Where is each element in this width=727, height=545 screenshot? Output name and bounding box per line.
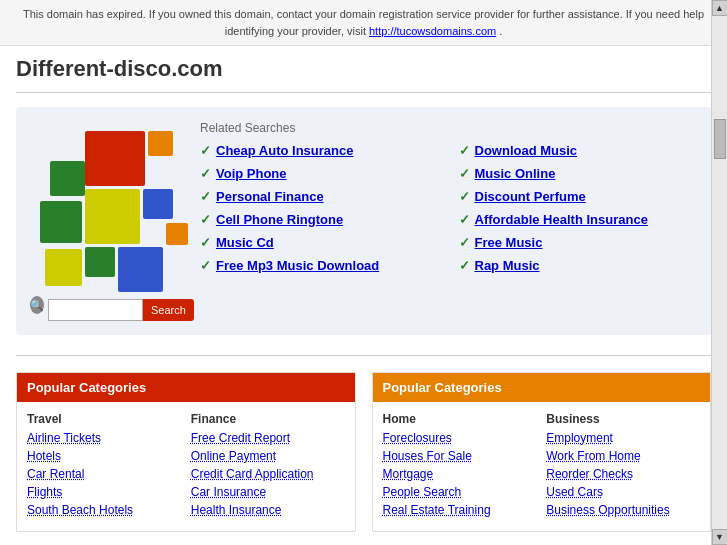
pop-cat-col-title: Business [546,412,700,426]
pop-cat-col-title: Travel [27,412,181,426]
checkmark-icon: ✓ [459,143,470,158]
logo-block [85,189,140,244]
checkmark-icon: ✓ [459,235,470,250]
rs-link[interactable]: Free Music [475,235,543,250]
search-input[interactable] [48,299,143,321]
scroll-down-arrow[interactable]: ▼ [712,529,728,542]
rs-left-col: ✓Cheap Auto Insurance✓Voip Phone✓Persona… [200,143,439,281]
related-searches: Related Searches ✓Cheap Auto Insurance✓V… [180,121,697,281]
pop-cat-link[interactable]: Work From Home [546,449,700,463]
scrollbar[interactable]: ▲ ▼ [711,0,727,542]
logo-block [118,247,163,292]
rs-link[interactable]: Download Music [475,143,578,158]
checkmark-icon: ✓ [459,166,470,181]
checkmark-icon: ✓ [200,143,211,158]
related-searches-title: Related Searches [200,121,697,135]
logo-block [40,201,82,243]
top-notice: This domain has expired. If you owned th… [0,0,727,46]
checkmark-icon: ✓ [459,212,470,227]
rs-item: ✓Affordable Health Insurance [459,212,698,227]
pop-cat-link[interactable]: Hotels [27,449,181,463]
pop-cat-link[interactable]: Used Cars [546,485,700,499]
checkmark-icon: ✓ [200,189,211,204]
checkmark-icon: ✓ [459,189,470,204]
logo-block [85,247,115,277]
pop-cat-link[interactable]: Online Payment [191,449,345,463]
divider [16,355,711,356]
pop-cat-link[interactable]: Flights [27,485,181,499]
rs-item: ✓Discount Perfume [459,189,698,204]
pop-cat-link[interactable]: Car Insurance [191,485,345,499]
scroll-up-arrow[interactable]: ▲ [712,0,728,16]
scroll-thumb[interactable] [714,119,726,159]
pop-cat-col-title: Home [383,412,537,426]
popular-section: Popular Categories TravelAirline Tickets… [16,372,711,532]
pop-cat-col: HomeForeclosuresHouses For SaleMortgageP… [383,412,537,521]
rs-link[interactable]: Cheap Auto Insurance [216,143,353,158]
notice-text: This domain has expired. If you owned th… [23,8,704,37]
pop-cat-link[interactable]: Credit Card Application [191,467,345,481]
rs-item: ✓Download Music [459,143,698,158]
checkmark-icon: ✓ [200,212,211,227]
logo-block [85,131,145,186]
pop-cat-link[interactable]: Health Insurance [191,503,345,517]
pop-cat-link[interactable]: Employment [546,431,700,445]
rs-columns: ✓Cheap Auto Insurance✓Voip Phone✓Persona… [200,143,697,281]
notice-period: . [499,25,502,37]
search-button[interactable]: Search [143,299,194,321]
logo-block [148,131,173,156]
rs-link[interactable]: Free Mp3 Music Download [216,258,379,273]
pop-cat-link[interactable]: South Beach Hotels [27,503,181,517]
rs-link[interactable]: Rap Music [475,258,540,273]
rs-item: ✓Cell Phone Ringtone [200,212,439,227]
checkmark-icon: ✓ [200,258,211,273]
logo-block [45,249,82,286]
logo-block [143,189,173,219]
scroll-track [713,16,727,529]
popular-left-header: Popular Categories [17,373,355,402]
rs-item: ✓Music Online [459,166,698,181]
rs-item: ✓Rap Music [459,258,698,273]
pop-cat-link[interactable]: Car Rental [27,467,181,481]
popular-left-body: TravelAirline TicketsHotelsCar RentalFli… [17,402,355,531]
rs-item: ✓Free Music [459,235,698,250]
search-icon: 🔍 [30,296,44,314]
rs-item: ✓Music Cd [200,235,439,250]
popular-right-body: HomeForeclosuresHouses For SaleMortgageP… [373,402,711,531]
rs-item: ✓Personal Finance [200,189,439,204]
rs-link[interactable]: Affordable Health Insurance [475,212,648,227]
rs-item: ✓Cheap Auto Insurance [200,143,439,158]
rs-right-col: ✓Download Music✓Music Online✓Discount Pe… [459,143,698,281]
pop-cat-link[interactable]: People Search [383,485,537,499]
pop-cat-link[interactable]: Houses For Sale [383,449,537,463]
pop-cat-link[interactable]: Mortgage [383,467,537,481]
pop-cat-col: BusinessEmploymentWork From HomeReorder … [546,412,700,521]
pop-cat-link[interactable]: Foreclosures [383,431,537,445]
pop-cat-link[interactable]: Business Opportunities [546,503,700,517]
checkmark-icon: ✓ [200,166,211,181]
notice-link[interactable]: http://tucowsdomains.com [369,25,496,37]
checkmark-icon: ✓ [200,235,211,250]
logo: 🔍 Search [30,121,180,321]
pop-cat-link[interactable]: Real Estate Training [383,503,537,517]
rs-link[interactable]: Cell Phone Ringtone [216,212,343,227]
upper-section: 🔍 Search Related Searches ✓Cheap Auto In… [16,107,711,335]
pop-cat-col-title: Finance [191,412,345,426]
checkmark-icon: ✓ [459,258,470,273]
popular-left-box: Popular Categories TravelAirline Tickets… [16,372,356,532]
rs-link[interactable]: Discount Perfume [475,189,586,204]
rs-link[interactable]: Music Cd [216,235,274,250]
popular-right-box: Popular Categories HomeForeclosuresHouse… [372,372,712,532]
search-area: Search [48,299,194,321]
logo-block [50,161,85,196]
pop-cat-link[interactable]: Reorder Checks [546,467,700,481]
rs-link[interactable]: Music Online [475,166,556,181]
site-title: Different-disco.com [16,56,711,93]
pop-cat-link[interactable]: Free Credit Report [191,431,345,445]
rs-link[interactable]: Voip Phone [216,166,287,181]
rs-link[interactable]: Personal Finance [216,189,324,204]
popular-right-header: Popular Categories [373,373,711,402]
rs-item: ✓Free Mp3 Music Download [200,258,439,273]
rs-item: ✓Voip Phone [200,166,439,181]
pop-cat-link[interactable]: Airline Tickets [27,431,181,445]
